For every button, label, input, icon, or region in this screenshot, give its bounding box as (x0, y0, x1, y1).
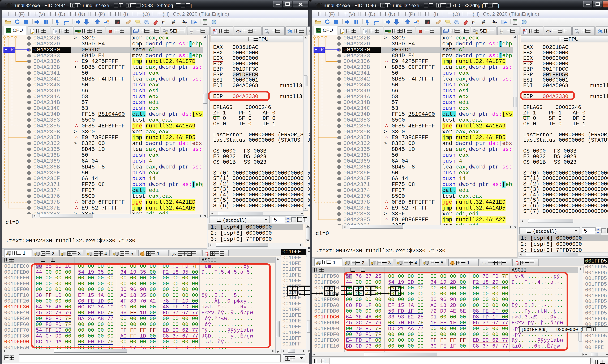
svg-text:A: A (492, 19, 496, 25)
svg-text:</>: </> (500, 30, 503, 33)
svg-text:S: S (116, 20, 119, 25)
svg-text:!: ! (166, 32, 167, 34)
svg-text:z: z (495, 21, 497, 25)
svg-text:A: A (182, 19, 185, 25)
svg-text:fx: fx (162, 20, 165, 24)
svg-text:z: z (185, 21, 187, 25)
svg-text:S: S (427, 20, 429, 25)
svg-text:<>: <> (546, 29, 551, 34)
svg-text:#: # (482, 19, 485, 25)
svg-text:[x=]: [x=] (481, 262, 487, 265)
svg-text:fx: fx (472, 20, 475, 24)
svg-text:<>: <> (236, 29, 241, 34)
svg-text:32: 32 (7, 30, 10, 32)
svg-text:!: ! (476, 32, 477, 34)
svg-text:</>: </> (190, 30, 193, 33)
svg-text:32: 32 (318, 30, 320, 32)
svg-text:[x=]: [x=] (171, 253, 177, 256)
svg-text:#: # (172, 19, 175, 25)
